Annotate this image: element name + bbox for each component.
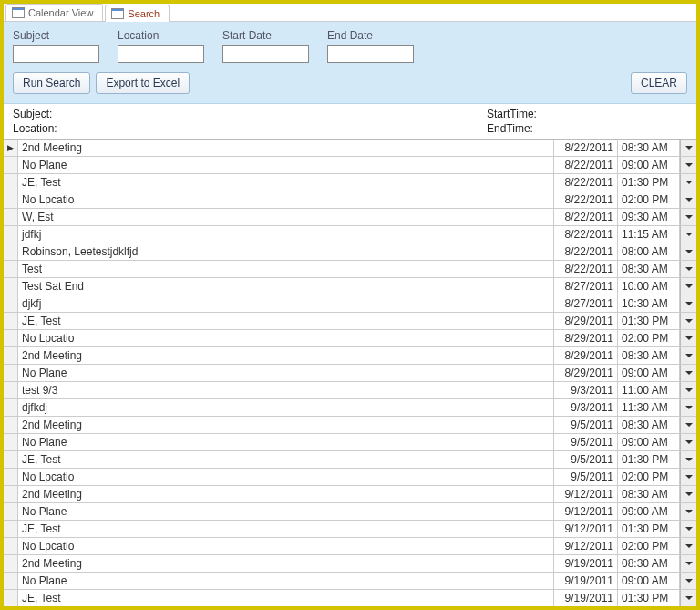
row-selector[interactable] [4, 295, 18, 312]
cell-time[interactable]: 02:00 PM [618, 191, 680, 208]
cell-date[interactable]: 8/27/2011 [554, 278, 618, 295]
cell-date[interactable]: 8/22/2011 [554, 157, 618, 173]
clear-button[interactable]: CLEAR [631, 72, 687, 94]
cell-subject[interactable]: No Lpcatio [18, 330, 554, 346]
cell-subject[interactable]: djkfj [18, 295, 554, 312]
table-row[interactable]: Robinson, Leetestjdklfjd8/22/201108:00 A… [4, 243, 696, 261]
row-selector[interactable]: ▶ [4, 140, 18, 156]
row-selector[interactable] [4, 157, 18, 173]
cell-date[interactable]: 9/5/2011 [554, 469, 618, 485]
cell-date[interactable]: 9/12/2011 [554, 538, 618, 554]
cell-time[interactable]: 02:00 PM [618, 330, 680, 346]
row-selector[interactable] [4, 174, 18, 191]
cell-subject[interactable]: No Plane [18, 434, 554, 450]
run-search-button[interactable]: Run Search [13, 72, 90, 94]
cell-subject[interactable]: W, Est [18, 209, 554, 225]
cell-date[interactable]: 9/5/2011 [554, 451, 618, 468]
table-row[interactable]: djkfj8/27/201110:30 AM [4, 295, 696, 313]
cell-time[interactable]: 11:15 AM [618, 226, 680, 243]
row-selector[interactable] [4, 486, 18, 502]
cell-date[interactable]: 9/19/2011 [554, 573, 618, 589]
dropdown-button[interactable] [680, 451, 696, 468]
cell-time[interactable]: 08:00 AM [618, 243, 680, 260]
row-selector[interactable] [4, 313, 18, 329]
dropdown-button[interactable] [680, 469, 696, 485]
row-selector[interactable] [4, 399, 18, 416]
row-selector[interactable] [4, 382, 18, 398]
dropdown-button[interactable] [680, 174, 696, 191]
row-selector[interactable] [4, 261, 18, 277]
dropdown-button[interactable] [680, 417, 696, 433]
cell-date[interactable]: 9/12/2011 [554, 503, 618, 520]
cell-time[interactable]: 09:00 AM [618, 157, 680, 173]
cell-subject[interactable]: Test Sat End [18, 278, 554, 295]
cell-time[interactable]: 09:00 AM [618, 434, 680, 450]
dropdown-button[interactable] [680, 347, 696, 364]
cell-date[interactable]: 8/27/2011 [554, 295, 618, 312]
dropdown-button[interactable] [680, 538, 696, 554]
table-row[interactable]: JE, Test9/12/201101:30 PM [4, 521, 696, 538]
row-selector[interactable] [4, 469, 18, 485]
cell-subject[interactable]: JE, Test [18, 521, 554, 537]
cell-date[interactable]: 8/29/2011 [554, 347, 618, 364]
dropdown-button[interactable] [680, 330, 696, 346]
table-row[interactable]: No Lpcatio8/22/201102:00 PM [4, 191, 696, 209]
cell-date[interactable]: 8/22/2011 [554, 174, 618, 191]
cell-time[interactable]: 08:30 AM [618, 140, 680, 156]
row-selector[interactable] [4, 538, 18, 554]
table-row[interactable]: JE, Test9/5/201101:30 PM [4, 451, 696, 469]
cell-time[interactable]: 01:30 PM [618, 590, 680, 606]
cell-subject[interactable]: 2nd Meeting [18, 347, 554, 364]
cell-date[interactable]: 8/22/2011 [554, 243, 618, 260]
cell-date[interactable]: 8/29/2011 [554, 330, 618, 346]
table-row[interactable]: Test8/22/201108:30 AM [4, 261, 696, 278]
row-selector[interactable] [4, 330, 18, 346]
cell-time[interactable]: 11:00 AM [618, 382, 680, 398]
cell-date[interactable]: 9/5/2011 [554, 417, 618, 433]
row-selector[interactable] [4, 226, 18, 243]
row-selector[interactable] [4, 555, 18, 572]
cell-time[interactable]: 10:00 AM [618, 278, 680, 295]
table-row[interactable]: 2nd Meeting9/12/201108:30 AM [4, 486, 696, 503]
table-row[interactable]: No Lpcatio9/5/201102:00 PM [4, 469, 696, 486]
dropdown-button[interactable] [680, 313, 696, 329]
dropdown-button[interactable] [680, 399, 696, 416]
tab-calendar-view[interactable]: Calendar View [5, 4, 103, 21]
cell-time[interactable]: 09:00 AM [618, 365, 680, 381]
row-selector[interactable] [4, 521, 18, 537]
row-selector[interactable] [4, 451, 18, 468]
dropdown-button[interactable] [680, 261, 696, 277]
row-selector[interactable] [4, 590, 18, 606]
table-row[interactable]: test 9/39/3/201111:00 AM [4, 382, 696, 399]
dropdown-button[interactable] [680, 382, 696, 398]
cell-subject[interactable]: No Plane [18, 503, 554, 520]
input-subject[interactable] [13, 45, 99, 63]
cell-time[interactable]: 08:30 AM [618, 347, 680, 364]
cell-date[interactable]: 8/22/2011 [554, 140, 618, 156]
input-location[interactable] [118, 45, 204, 63]
cell-subject[interactable]: JE, Test [18, 451, 554, 468]
dropdown-button[interactable] [680, 278, 696, 295]
cell-subject[interactable]: djfkdj [18, 399, 554, 416]
row-selector[interactable] [4, 434, 18, 450]
dropdown-button[interactable] [680, 434, 696, 450]
export-excel-button[interactable]: Export to Excel [96, 72, 190, 94]
row-selector[interactable] [4, 278, 18, 295]
table-row[interactable]: ▶2nd Meeting8/22/201108:30 AM [4, 140, 696, 157]
input-end-date[interactable] [327, 45, 414, 63]
cell-time[interactable]: 08:30 AM [618, 261, 680, 277]
dropdown-button[interactable] [680, 140, 696, 156]
cell-date[interactable]: 8/29/2011 [554, 365, 618, 381]
dropdown-button[interactable] [680, 521, 696, 537]
cell-subject[interactable]: No Lpcatio [18, 469, 554, 485]
row-selector[interactable] [4, 209, 18, 225]
cell-subject[interactable]: jdfkj [18, 226, 554, 243]
row-selector[interactable] [4, 365, 18, 381]
dropdown-button[interactable] [680, 486, 696, 502]
dropdown-button[interactable] [680, 590, 696, 606]
cell-date[interactable]: 8/22/2011 [554, 191, 618, 208]
table-row[interactable]: djfkdj9/3/201111:30 AM [4, 399, 696, 417]
table-row[interactable]: JE, Test9/19/201101:30 PM [4, 590, 696, 607]
cell-time[interactable]: 02:00 PM [618, 538, 680, 554]
cell-time[interactable]: 09:00 AM [618, 503, 680, 520]
